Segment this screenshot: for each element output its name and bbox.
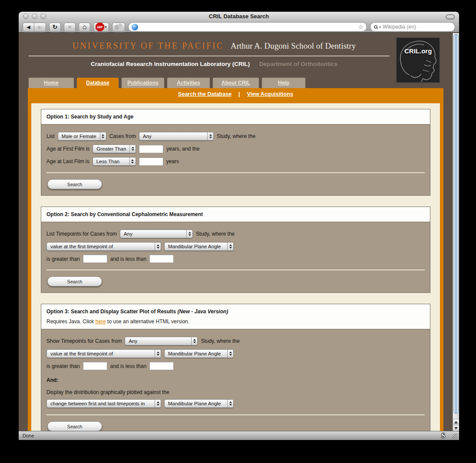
- first-film-age-input[interactable]: [139, 145, 163, 153]
- option3-display-label: Display the distribution graphically plo…: [46, 389, 425, 395]
- option3-change-select[interactable]: change between first and last timepoints…: [46, 399, 161, 408]
- option1-search-button[interactable]: Search: [47, 179, 102, 189]
- option3-java-note: Requires Java. Click here to use an alte…: [46, 319, 425, 325]
- option2-title: Option 2: Search by Conventional Cephalo…: [46, 211, 203, 217]
- university-heading: UNIVERSITY OF THE PACIFIC Arthur A. Dugo…: [19, 41, 410, 51]
- option3-row3: is greater than and is less than: [46, 362, 425, 370]
- option3-min-input[interactable]: [83, 362, 107, 370]
- department-name: Department of Orthodontics: [259, 61, 337, 67]
- option2-value-select[interactable]: value at the first timepoint of: [46, 242, 161, 251]
- resize-grip[interactable]: [452, 433, 458, 440]
- stop-button[interactable]: ✕: [64, 23, 76, 32]
- option1-row2-post: years, and the: [166, 146, 199, 152]
- subnav-view-acquisitions-link[interactable]: View Acquisitions: [247, 91, 293, 97]
- search-placeholder: Wikipedia (en): [383, 24, 416, 30]
- content-frame: Option 1: Search by Study and Age List M…: [28, 100, 443, 431]
- tab-about-cril[interactable]: About CRIL: [213, 78, 259, 88]
- search-icon: [374, 25, 377, 29]
- adblock-caret-icon: ▾: [105, 25, 107, 29]
- status-text: Done: [19, 433, 441, 438]
- note-post: to use an alternative HTML version.: [107, 319, 189, 325]
- option3-measure-select2[interactable]: Mandibular Plane Angle: [164, 399, 234, 408]
- safaristand-icon: S: [441, 432, 445, 440]
- option2-body: List Timepoints for Cases from Any Study…: [41, 222, 430, 292]
- option3-title-suffix: (New - Java Version): [177, 309, 228, 315]
- main-nav-tabs: Home Database Publications Activities Ab…: [29, 78, 453, 88]
- back-button[interactable]: ◀: [23, 23, 34, 32]
- option2-measure-select[interactable]: Mandibular Plane Angle: [164, 242, 234, 251]
- option1-divider: [46, 172, 425, 173]
- vertical-scrollbar[interactable]: [453, 33, 459, 431]
- option1-row3: Age at Last Film is Less Than years: [46, 157, 425, 166]
- window-controls: [23, 13, 46, 19]
- titlebar[interactable]: CRIL Database Search: [19, 12, 459, 21]
- note-pre: Requires Java. Click: [46, 319, 94, 325]
- close-window-button[interactable]: [23, 13, 29, 19]
- option2-study-select[interactable]: Any: [120, 230, 193, 238]
- option2-panel: Option 2: Search by Conventional Cephalo…: [41, 207, 430, 293]
- tab-activities[interactable]: Activities: [167, 78, 210, 88]
- stop-icon: ✕: [68, 24, 72, 30]
- tab-database[interactable]: Database: [77, 78, 119, 88]
- option3-study-select[interactable]: Any: [125, 337, 198, 345]
- last-film-compare-select[interactable]: Less Than: [93, 157, 136, 166]
- option1-row1-post: Study, where the: [217, 133, 255, 139]
- plugin-button[interactable]: [112, 23, 125, 32]
- minimize-window-button[interactable]: [32, 13, 37, 19]
- option2-row2: value at the first timepoint of Mandibul…: [46, 242, 425, 251]
- webpage: UNIVERSITY OF THE PACIFIC Arthur A. Dugo…: [19, 33, 453, 431]
- history-nav-group: ◀ ▶: [23, 23, 46, 32]
- adblock-button[interactable]: ABP ▾: [93, 23, 109, 32]
- tab-home[interactable]: Home: [29, 78, 74, 88]
- scroll-up-button[interactable]: [453, 419, 459, 425]
- scroll-down-button[interactable]: [453, 425, 459, 431]
- option3-max-input[interactable]: [149, 362, 174, 370]
- plugin-icon: [114, 23, 123, 30]
- first-film-compare-select[interactable]: Greater Than: [93, 144, 136, 153]
- select-stepper-icon: [227, 400, 233, 407]
- forward-button[interactable]: ▶: [34, 23, 46, 32]
- option3-measure-select[interactable]: Mandibular Plane Angle: [164, 349, 234, 358]
- option2-row1-post: Study, where the: [196, 231, 235, 237]
- bookmark-star-icon[interactable]: ☆: [358, 23, 364, 30]
- reload-button[interactable]: ↻: [49, 23, 61, 32]
- toolbar-toggle-button[interactable]: [446, 14, 455, 20]
- web-search-field[interactable]: ▾ Wikipedia (en): [370, 22, 455, 32]
- url-input[interactable]: [141, 23, 356, 31]
- option3-panel: Option 3: Search and Display Scatter Plo…: [41, 304, 430, 431]
- home-button[interactable]: ⌂: [79, 23, 90, 32]
- option1-study-select[interactable]: Any: [139, 132, 214, 141]
- select-stepper-icon: [227, 350, 233, 358]
- page-favicon-icon: [132, 24, 138, 30]
- site-header: UNIVERSITY OF THE PACIFIC Arthur A. Dugo…: [19, 33, 453, 67]
- scrollbar-thumb[interactable]: [453, 34, 459, 414]
- address-bar[interactable]: ☆: [128, 22, 367, 32]
- tab-help[interactable]: Help: [262, 78, 305, 88]
- option2-row1-pre: List Timepoints for Cases from: [46, 231, 117, 237]
- option3-row3-mid: and is less than: [110, 363, 146, 369]
- cril-logo-text: CRIL.org: [404, 47, 432, 55]
- option3-value-select[interactable]: value at the first timepoint of: [46, 349, 161, 358]
- back-icon: ◀: [26, 24, 30, 30]
- tab-publications[interactable]: Publications: [122, 78, 164, 88]
- browser-toolbar: ◀ ▶ ↻ ✕ ⌂ ABP ▾ ☆ ▾ Wikipedia (en): [19, 21, 459, 33]
- subnav-search-database-link[interactable]: Search the Database: [178, 91, 231, 97]
- option1-row3-pre: Age at Last Film is: [46, 158, 89, 164]
- option3-html-version-link[interactable]: here: [96, 319, 106, 325]
- option2-row3-pre: is greater than: [46, 256, 80, 262]
- option2-min-input[interactable]: [83, 255, 107, 263]
- lab-heading: Craniofacial Research Instrumentation La…: [19, 61, 410, 67]
- option3-search-button[interactable]: Search: [47, 421, 102, 431]
- option3-row2: value at the first timepoint of Mandibul…: [46, 349, 425, 358]
- option2-row1: List Timepoints for Cases from Any Study…: [46, 230, 425, 238]
- option2-max-input[interactable]: [149, 255, 174, 263]
- option3-row1-post: Study, where the: [201, 338, 239, 344]
- option1-title: Option 1: Search by Study and Age: [46, 114, 133, 120]
- window-title: CRIL Database Search: [19, 12, 459, 21]
- zoom-window-button[interactable]: [40, 13, 46, 19]
- select-stepper-icon: [100, 132, 106, 140]
- sex-select[interactable]: Male or Female: [58, 132, 106, 141]
- option1-row1-pre: List: [46, 133, 55, 139]
- option2-search-button[interactable]: Search: [47, 276, 102, 286]
- last-film-age-input[interactable]: [139, 158, 163, 166]
